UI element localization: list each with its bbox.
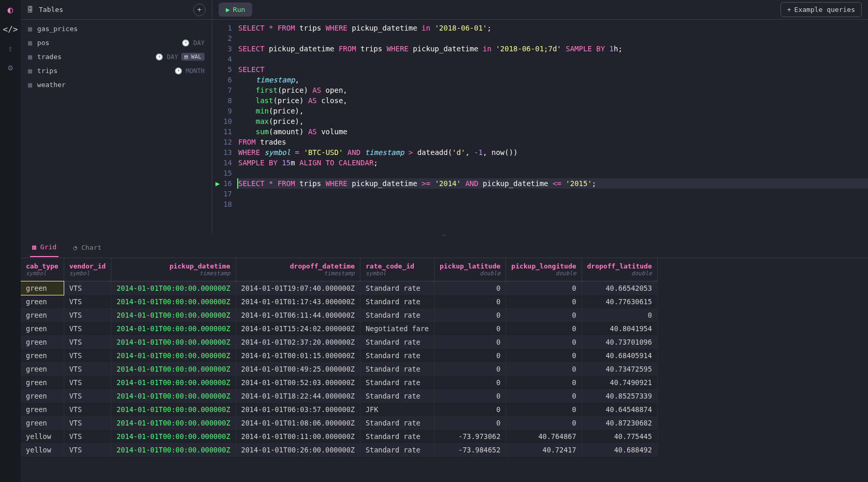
code-line-6[interactable]: timestamp, bbox=[238, 75, 868, 85]
example-queries-button[interactable]: + Example queries bbox=[780, 2, 862, 17]
table-row[interactable]: greenVTS2014-01-01T00:00:00.000000Z2014-… bbox=[21, 308, 657, 322]
table-icon: ▦ bbox=[28, 81, 32, 89]
results-grid[interactable]: cab_typesymbolvendor_idsymbolpickup_date… bbox=[21, 258, 868, 482]
table-row[interactable]: greenVTS2014-01-01T00:00:00.000000Z2014-… bbox=[21, 416, 657, 430]
code-line-8[interactable]: last(price) AS close, bbox=[238, 95, 868, 106]
plus-icon: + bbox=[787, 6, 791, 13]
table-row[interactable]: yellowVTS2014-01-01T00:00:00.000000Z2014… bbox=[21, 443, 657, 457]
table-row[interactable]: greenVTS2014-01-01T00:00:00.000000Z2014-… bbox=[21, 362, 657, 376]
table-item-gas_prices[interactable]: ▦gas_prices bbox=[21, 22, 212, 36]
settings-nav-icon[interactable]: ⚙ bbox=[8, 63, 13, 73]
tab-grid[interactable]: ▦ Grid bbox=[30, 238, 59, 257]
sql-editor[interactable]: 123456789101112131415▶161718 SELECT * FR… bbox=[212, 20, 868, 233]
database-icon: 🗄 bbox=[27, 6, 34, 13]
code-line-17[interactable] bbox=[238, 189, 868, 199]
tab-chart[interactable]: ◔ Chart bbox=[71, 238, 104, 257]
column-header-dropoff_latitude[interactable]: dropoff_latitudedouble bbox=[582, 258, 657, 281]
table-row[interactable]: greenVTS2014-01-01T00:00:00.000000Z2014-… bbox=[21, 349, 657, 362]
code-line-3[interactable]: SELECT pickup_datetime FROM trips WHERE … bbox=[238, 44, 868, 54]
tables-title: Tables bbox=[39, 6, 188, 13]
table-row[interactable]: yellowVTS2014-01-01T00:00:00.000000Z2014… bbox=[21, 430, 657, 443]
table-row[interactable]: greenVTS2014-01-01T00:00:00.000000Z2014-… bbox=[21, 281, 657, 295]
run-label: Run bbox=[233, 6, 245, 13]
example-label: Example queries bbox=[794, 6, 855, 13]
code-line-15[interactable] bbox=[238, 168, 868, 178]
table-row[interactable]: greenVTS2014-01-01T00:00:00.000000Z2014-… bbox=[21, 389, 657, 403]
code-line-9[interactable]: min(price), bbox=[238, 106, 868, 116]
chart-icon: ◔ bbox=[73, 244, 77, 251]
column-header-rate_code_id[interactable]: rate_code_idsymbol bbox=[360, 258, 434, 281]
code-line-12[interactable]: FROM trades bbox=[238, 137, 868, 147]
column-header-pickup_longitude[interactable]: pickup_longitudedouble bbox=[506, 258, 582, 281]
code-line-14[interactable]: SAMPLE BY 15m ALIGN TO CALENDAR; bbox=[238, 158, 868, 168]
add-table-button[interactable]: + bbox=[193, 4, 206, 16]
code-line-5[interactable]: SELECT bbox=[238, 64, 868, 75]
upload-nav-icon[interactable]: ⇪ bbox=[8, 44, 13, 53]
code-line-18[interactable] bbox=[238, 199, 868, 209]
table-icon: ▦ bbox=[28, 25, 32, 33]
code-line-11[interactable]: sum(amount) AS volume bbox=[238, 126, 868, 137]
code-line-13[interactable]: WHERE symbol = 'BTC-USD' AND timestamp >… bbox=[238, 147, 868, 158]
table-row[interactable]: greenVTS2014-01-01T00:00:00.000000Z2014-… bbox=[21, 322, 657, 335]
grid-icon: ▦ bbox=[32, 243, 36, 251]
code-line-16[interactable]: SELECT * FROM trips WHERE pickup_datetim… bbox=[237, 178, 868, 189]
code-nav-icon[interactable]: </> bbox=[3, 24, 18, 34]
column-header-vendor_id[interactable]: vendor_idsymbol bbox=[64, 258, 111, 281]
app-logo-icon: ◐ bbox=[8, 4, 13, 15]
table-icon: ▦ bbox=[28, 53, 32, 61]
code-line-10[interactable]: max(price), bbox=[238, 116, 868, 126]
table-item-pos[interactable]: ▦pos🕑 DAY bbox=[21, 36, 212, 50]
table-row[interactable]: greenVTS2014-01-01T00:00:00.000000Z2014-… bbox=[21, 376, 657, 389]
table-icon: ▦ bbox=[28, 67, 32, 75]
column-header-cab_type[interactable]: cab_typesymbol bbox=[21, 258, 64, 281]
table-item-trades[interactable]: ▦trades🕑 DAY▤ WAL bbox=[21, 50, 212, 64]
table-row[interactable]: greenVTS2014-01-01T00:00:00.000000Z2014-… bbox=[21, 335, 657, 349]
left-nav: ◐ </> ⇪ ⚙ bbox=[0, 0, 21, 482]
column-header-pickup_latitude[interactable]: pickup_latitudedouble bbox=[434, 258, 505, 281]
column-header-dropoff_datetime[interactable]: dropoff_datetimetimestamp bbox=[236, 258, 360, 281]
table-row[interactable]: greenVTS2014-01-01T00:00:00.000000Z2014-… bbox=[21, 295, 657, 308]
table-item-trips[interactable]: ▦trips🕑 MONTH bbox=[21, 64, 212, 78]
column-header-pickup_datetime[interactable]: pickup_datetimetimestamp bbox=[111, 258, 236, 281]
run-button[interactable]: ▶ Run bbox=[219, 3, 252, 17]
code-line-2[interactable] bbox=[238, 33, 868, 44]
table-icon: ▦ bbox=[28, 39, 32, 47]
tables-panel: 🗄 Tables + ▦gas_prices▦pos🕑 DAY▦trades🕑 … bbox=[21, 0, 212, 233]
code-line-7[interactable]: first(price) AS open, bbox=[238, 85, 868, 95]
table-item-weather[interactable]: ▦weather bbox=[21, 78, 212, 92]
panel-splitter[interactable]: ⋯ bbox=[21, 233, 868, 237]
code-line-4[interactable] bbox=[238, 54, 868, 64]
table-row[interactable]: greenVTS2014-01-01T00:00:00.000000Z2014-… bbox=[21, 403, 657, 416]
play-icon: ▶ bbox=[226, 6, 230, 13]
code-line-1[interactable]: SELECT * FROM trips WHERE pickup_datetim… bbox=[238, 23, 868, 33]
